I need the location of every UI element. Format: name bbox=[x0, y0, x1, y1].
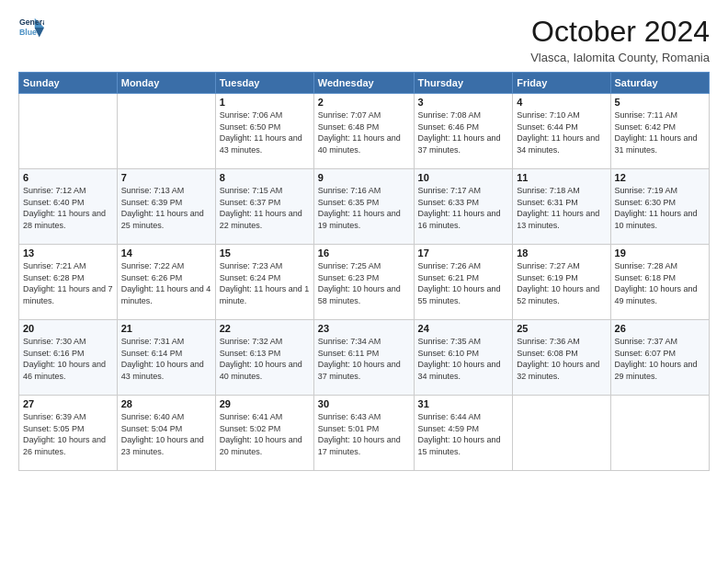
day-number: 17 bbox=[418, 247, 509, 259]
day-number: 3 bbox=[418, 97, 509, 108]
day-number: 27 bbox=[23, 398, 113, 409]
day-number: 4 bbox=[517, 97, 606, 108]
calendar-cell: 9Sunrise: 7:16 AM Sunset: 6:35 PM Daylig… bbox=[313, 169, 414, 245]
calendar-cell: 19Sunrise: 7:28 AM Sunset: 6:18 PM Dayli… bbox=[610, 245, 709, 320]
day-info: Sunrise: 7:15 AM Sunset: 6:37 PM Dayligh… bbox=[220, 185, 310, 231]
day-number: 31 bbox=[418, 398, 509, 409]
calendar-cell: 7Sunrise: 7:13 AM Sunset: 6:39 PM Daylig… bbox=[117, 169, 215, 245]
day-info: Sunrise: 7:22 AM Sunset: 6:26 PM Dayligh… bbox=[121, 260, 211, 306]
calendar: Sunday Monday Tuesday Wednesday Thursday… bbox=[18, 72, 710, 471]
calendar-cell: 30Sunrise: 6:43 AM Sunset: 5:01 PM Dayli… bbox=[313, 396, 414, 471]
day-info: Sunrise: 7:35 AM Sunset: 6:10 PM Dayligh… bbox=[418, 336, 509, 382]
calendar-cell: 13Sunrise: 7:21 AM Sunset: 6:28 PM Dayli… bbox=[19, 245, 118, 320]
calendar-cell: 5Sunrise: 7:11 AM Sunset: 6:42 PM Daylig… bbox=[610, 94, 709, 169]
day-number: 6 bbox=[23, 172, 113, 183]
header-friday: Friday bbox=[513, 73, 610, 94]
day-number: 10 bbox=[418, 172, 509, 183]
calendar-cell bbox=[19, 94, 118, 169]
calendar-cell: 1Sunrise: 7:06 AM Sunset: 6:50 PM Daylig… bbox=[215, 94, 313, 169]
header: General Blue October 2024 Vlasca, Ialomi… bbox=[18, 15, 710, 64]
day-info: Sunrise: 7:27 AM Sunset: 6:19 PM Dayligh… bbox=[517, 260, 606, 306]
logo: General Blue bbox=[18, 15, 44, 40]
calendar-cell: 8Sunrise: 7:15 AM Sunset: 6:37 PM Daylig… bbox=[215, 169, 313, 245]
day-info: Sunrise: 7:25 AM Sunset: 6:23 PM Dayligh… bbox=[318, 260, 410, 306]
day-info: Sunrise: 7:10 AM Sunset: 6:44 PM Dayligh… bbox=[517, 109, 606, 155]
day-number: 11 bbox=[517, 172, 606, 183]
day-info: Sunrise: 7:19 AM Sunset: 6:30 PM Dayligh… bbox=[615, 185, 705, 231]
day-number: 18 bbox=[517, 247, 606, 259]
day-info: Sunrise: 6:43 AM Sunset: 5:01 PM Dayligh… bbox=[318, 411, 410, 457]
day-number: 9 bbox=[318, 172, 410, 183]
calendar-cell: 25Sunrise: 7:36 AM Sunset: 6:08 PM Dayli… bbox=[513, 320, 610, 396]
day-info: Sunrise: 7:32 AM Sunset: 6:13 PM Dayligh… bbox=[220, 336, 310, 382]
page: General Blue October 2024 Vlasca, Ialomi… bbox=[0, 0, 728, 563]
day-info: Sunrise: 7:16 AM Sunset: 6:35 PM Dayligh… bbox=[318, 185, 410, 231]
day-info: Sunrise: 7:31 AM Sunset: 6:14 PM Dayligh… bbox=[121, 336, 211, 382]
day-info: Sunrise: 6:41 AM Sunset: 5:02 PM Dayligh… bbox=[220, 411, 310, 457]
day-info: Sunrise: 7:06 AM Sunset: 6:50 PM Dayligh… bbox=[220, 109, 310, 155]
calendar-cell: 6Sunrise: 7:12 AM Sunset: 6:40 PM Daylig… bbox=[19, 169, 118, 245]
day-info: Sunrise: 6:39 AM Sunset: 5:05 PM Dayligh… bbox=[23, 411, 113, 457]
day-number: 22 bbox=[220, 323, 310, 334]
day-info: Sunrise: 7:17 AM Sunset: 6:33 PM Dayligh… bbox=[418, 185, 509, 231]
day-number: 23 bbox=[318, 323, 410, 334]
day-info: Sunrise: 7:37 AM Sunset: 6:07 PM Dayligh… bbox=[615, 336, 705, 382]
calendar-cell: 24Sunrise: 7:35 AM Sunset: 6:10 PM Dayli… bbox=[414, 320, 513, 396]
svg-text:Blue: Blue bbox=[19, 28, 37, 37]
calendar-cell: 27Sunrise: 6:39 AM Sunset: 5:05 PM Dayli… bbox=[19, 396, 118, 471]
calendar-cell bbox=[513, 396, 610, 471]
day-number: 13 bbox=[23, 247, 113, 259]
calendar-cell: 18Sunrise: 7:27 AM Sunset: 6:19 PM Dayli… bbox=[513, 245, 610, 320]
day-info: Sunrise: 7:36 AM Sunset: 6:08 PM Dayligh… bbox=[517, 336, 606, 382]
header-wednesday: Wednesday bbox=[313, 73, 414, 94]
day-number: 26 bbox=[615, 323, 705, 334]
calendar-cell: 16Sunrise: 7:25 AM Sunset: 6:23 PM Dayli… bbox=[313, 245, 414, 320]
calendar-cell: 12Sunrise: 7:19 AM Sunset: 6:30 PM Dayli… bbox=[610, 169, 709, 245]
calendar-cell: 31Sunrise: 6:44 AM Sunset: 4:59 PM Dayli… bbox=[414, 396, 513, 471]
month-title: October 2024 bbox=[530, 15, 710, 49]
calendar-cell bbox=[117, 94, 215, 169]
day-info: Sunrise: 7:26 AM Sunset: 6:21 PM Dayligh… bbox=[418, 260, 509, 306]
calendar-cell: 15Sunrise: 7:23 AM Sunset: 6:24 PM Dayli… bbox=[215, 245, 313, 320]
calendar-cell bbox=[610, 396, 709, 471]
calendar-cell: 17Sunrise: 7:26 AM Sunset: 6:21 PM Dayli… bbox=[414, 245, 513, 320]
day-number: 19 bbox=[615, 247, 705, 259]
day-number: 20 bbox=[23, 323, 113, 334]
day-info: Sunrise: 6:44 AM Sunset: 4:59 PM Dayligh… bbox=[418, 411, 509, 457]
calendar-cell: 21Sunrise: 7:31 AM Sunset: 6:14 PM Dayli… bbox=[117, 320, 215, 396]
day-info: Sunrise: 7:28 AM Sunset: 6:18 PM Dayligh… bbox=[615, 260, 705, 306]
calendar-cell: 20Sunrise: 7:30 AM Sunset: 6:16 PM Dayli… bbox=[19, 320, 118, 396]
calendar-cell: 23Sunrise: 7:34 AM Sunset: 6:11 PM Dayli… bbox=[313, 320, 414, 396]
day-info: Sunrise: 7:12 AM Sunset: 6:40 PM Dayligh… bbox=[23, 185, 113, 231]
day-number: 2 bbox=[318, 97, 410, 108]
day-info: Sunrise: 7:34 AM Sunset: 6:11 PM Dayligh… bbox=[318, 336, 410, 382]
day-info: Sunrise: 7:07 AM Sunset: 6:48 PM Dayligh… bbox=[318, 109, 410, 155]
day-number: 1 bbox=[220, 97, 310, 108]
day-number: 7 bbox=[121, 172, 211, 183]
day-info: Sunrise: 7:30 AM Sunset: 6:16 PM Dayligh… bbox=[23, 336, 113, 382]
day-number: 29 bbox=[220, 398, 310, 409]
day-info: Sunrise: 7:23 AM Sunset: 6:24 PM Dayligh… bbox=[220, 260, 310, 306]
day-number: 15 bbox=[220, 247, 310, 259]
title-block: October 2024 Vlasca, Ialomita County, Ro… bbox=[530, 15, 710, 64]
day-info: Sunrise: 6:40 AM Sunset: 5:04 PM Dayligh… bbox=[121, 411, 211, 457]
day-info: Sunrise: 7:11 AM Sunset: 6:42 PM Dayligh… bbox=[615, 109, 705, 155]
header-tuesday: Tuesday bbox=[215, 73, 313, 94]
calendar-cell: 29Sunrise: 6:41 AM Sunset: 5:02 PM Dayli… bbox=[215, 396, 313, 471]
day-number: 12 bbox=[615, 172, 705, 183]
calendar-cell: 14Sunrise: 7:22 AM Sunset: 6:26 PM Dayli… bbox=[117, 245, 215, 320]
day-number: 14 bbox=[121, 247, 211, 259]
header-monday: Monday bbox=[117, 73, 215, 94]
calendar-cell: 11Sunrise: 7:18 AM Sunset: 6:31 PM Dayli… bbox=[513, 169, 610, 245]
calendar-header-row: Sunday Monday Tuesday Wednesday Thursday… bbox=[19, 73, 710, 94]
calendar-cell: 4Sunrise: 7:10 AM Sunset: 6:44 PM Daylig… bbox=[513, 94, 610, 169]
day-number: 28 bbox=[121, 398, 211, 409]
day-number: 8 bbox=[220, 172, 310, 183]
calendar-cell: 2Sunrise: 7:07 AM Sunset: 6:48 PM Daylig… bbox=[313, 94, 414, 169]
svg-text:General: General bbox=[19, 17, 44, 27]
calendar-cell: 26Sunrise: 7:37 AM Sunset: 6:07 PM Dayli… bbox=[610, 320, 709, 396]
calendar-cell: 3Sunrise: 7:08 AM Sunset: 6:46 PM Daylig… bbox=[414, 94, 513, 169]
header-thursday: Thursday bbox=[414, 73, 513, 94]
logo-icon: General Blue bbox=[18, 15, 44, 40]
header-sunday: Sunday bbox=[19, 73, 118, 94]
